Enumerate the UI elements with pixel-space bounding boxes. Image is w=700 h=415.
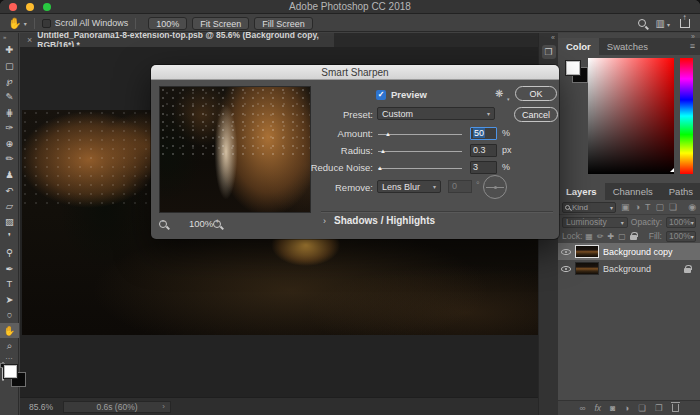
gradient-tool[interactable]: ▨: [0, 214, 19, 230]
quick-selection-tool[interactable]: ✎: [0, 89, 19, 105]
clone-stamp-tool[interactable]: ♟: [0, 167, 19, 183]
eraser-tool[interactable]: ▱: [0, 198, 19, 214]
document-tab[interactable]: × Untitled_Panorama1-8-extension-top.psb…: [20, 33, 334, 47]
fill-screen-button[interactable]: Fill Screen: [254, 17, 313, 30]
shadows-highlights-section[interactable]: › Shadows / Highlights: [323, 215, 435, 226]
filter-pixel-layers-icon[interactable]: ▣: [621, 202, 630, 212]
tab-color[interactable]: Color: [558, 38, 599, 55]
tab-swatches[interactable]: Swatches: [599, 38, 656, 55]
crop-tool[interactable]: ⋕: [0, 104, 19, 120]
filter-kind-dropdown[interactable]: Kind ▾: [562, 202, 616, 213]
move-tool[interactable]: ✚: [0, 42, 19, 58]
radius-slider-track[interactable]: [378, 151, 462, 152]
share-icon[interactable]: [680, 19, 690, 28]
zoom-in-icon[interactable]: +: [213, 220, 221, 228]
minimize-window-button[interactable]: [26, 3, 34, 11]
amount-field[interactable]: 50: [470, 127, 497, 140]
lock-artboard-icon[interactable]: ▢: [618, 232, 626, 241]
zoom-100-button[interactable]: 100%: [148, 17, 187, 30]
tab-paths[interactable]: Paths: [661, 183, 700, 200]
filter-toggle-pin-icon[interactable]: ◉: [688, 202, 696, 212]
radius-field[interactable]: 0.3: [470, 144, 497, 157]
foreground-color-swatch[interactable]: [565, 60, 581, 76]
layer-thumbnail[interactable]: [575, 262, 599, 275]
history-brush-tool[interactable]: ↶: [0, 182, 19, 198]
brush-tool[interactable]: ✏: [0, 151, 19, 167]
reduce-noise-slider-thumb[interactable]: ▲: [377, 165, 383, 171]
layer-row-background[interactable]: Background: [558, 260, 700, 277]
gear-icon[interactable]: ❋▾: [495, 88, 503, 99]
layer-row-background-copy[interactable]: Background copy: [558, 243, 700, 260]
marquee-tool[interactable]: ▢: [0, 58, 19, 74]
cancel-button[interactable]: Cancel: [514, 107, 558, 122]
eyedropper-tool[interactable]: ✑: [0, 120, 19, 136]
tool-preset-caret-icon[interactable]: ▾: [24, 20, 27, 27]
angle-dial-icon: [483, 175, 507, 199]
search-icon[interactable]: [638, 19, 646, 27]
new-layer-icon[interactable]: ❐: [655, 403, 663, 413]
reduce-noise-field[interactable]: 3: [470, 161, 497, 174]
radius-slider-thumb[interactable]: ▲: [380, 148, 386, 154]
lock-transparent-icon[interactable]: ▦: [585, 232, 593, 241]
hand-tool[interactable]: ✋: [0, 323, 19, 339]
zoom-window-button[interactable]: [43, 3, 51, 11]
blend-mode-dropdown[interactable]: Luminosity ▾: [562, 217, 628, 228]
preset-label: Preset:: [281, 109, 373, 120]
filter-adjustment-layers-icon[interactable]: ◑: [635, 202, 640, 212]
path-selection-tool[interactable]: ➤: [0, 292, 19, 308]
expand-panels-icon[interactable]: «: [539, 33, 558, 41]
filter-type-layers-icon[interactable]: T: [645, 202, 651, 212]
tab-channels[interactable]: Channels: [605, 183, 661, 200]
adjustment-layer-icon[interactable]: ◑: [624, 403, 629, 413]
opacity-value[interactable]: 100% ▾: [666, 217, 696, 228]
hue-slider[interactable]: [680, 58, 693, 174]
layer-mask-icon[interactable]: ◙: [610, 403, 615, 413]
preset-dropdown[interactable]: Custom ▾: [377, 107, 495, 120]
saturation-brightness-picker[interactable]: [588, 58, 674, 174]
new-group-folder-icon[interactable]: ❏: [638, 403, 646, 413]
visibility-eye-icon[interactable]: [561, 266, 571, 272]
lock-pixels-icon[interactable]: ✏: [597, 232, 604, 241]
current-tool-hand-icon[interactable]: ✋: [8, 17, 22, 30]
remove-value: Lens Blur: [382, 182, 420, 192]
status-timing-box[interactable]: 0.6s (60%) ›: [63, 401, 171, 413]
pen-tool[interactable]: ✒: [0, 260, 19, 276]
dodge-tool[interactable]: ⚲: [0, 245, 19, 261]
tab-layers[interactable]: Layers: [558, 183, 605, 200]
toolbar-expand-icon[interactable]: »: [0, 33, 18, 42]
preview-zoom-level: 100%: [189, 218, 213, 229]
filter-shape-layers-icon[interactable]: ▢: [655, 202, 664, 212]
lock-position-icon[interactable]: ✚: [608, 232, 615, 241]
tab-close-icon[interactable]: ×: [27, 35, 32, 45]
visibility-eye-icon[interactable]: [561, 249, 571, 255]
foreground-color-swatch[interactable]: [3, 364, 18, 379]
delete-layer-trash-icon[interactable]: [672, 404, 679, 412]
blur-tool[interactable]: ❜: [0, 229, 19, 245]
preview-checkbox[interactable]: ✓: [376, 90, 386, 100]
layer-thumbnail[interactable]: [575, 245, 599, 258]
link-layers-icon[interactable]: ∞: [579, 403, 585, 413]
shape-tool[interactable]: ○: [0, 307, 19, 323]
scroll-all-windows-checkbox[interactable]: [42, 19, 51, 28]
type-tool[interactable]: T: [0, 276, 19, 292]
fill-value[interactable]: 100% ▾: [666, 231, 696, 242]
fit-screen-button[interactable]: Fit Screen: [192, 17, 249, 30]
panel-menu-icon[interactable]: ≡: [690, 38, 700, 55]
fill-label: Fill:: [649, 231, 662, 241]
lasso-tool[interactable]: ℘: [0, 73, 19, 89]
close-window-button[interactable]: [9, 3, 17, 11]
options-bar: ✋ ▾ Scroll All Windows 100% Fit Screen F…: [0, 15, 700, 32]
status-zoom-level[interactable]: 85.6%: [29, 402, 63, 412]
amount-slider-thumb[interactable]: ▲: [385, 131, 391, 137]
remove-dropdown[interactable]: Lens Blur ▾: [377, 180, 441, 193]
filter-smart-object-icon[interactable]: ❏: [669, 202, 677, 212]
collapsed-panel-icon[interactable]: ❐: [542, 45, 556, 59]
healing-brush-tool[interactable]: ⊕: [0, 136, 19, 152]
ok-button[interactable]: OK: [515, 86, 557, 101]
reduce-noise-slider-track[interactable]: [378, 168, 462, 169]
zoom-out-icon[interactable]: −: [159, 220, 167, 228]
layer-style-fx-icon[interactable]: fx: [594, 403, 601, 413]
dialog-title[interactable]: Smart Sharpen: [151, 65, 559, 80]
workspace-switcher[interactable]: ▥▾: [656, 18, 670, 29]
lock-all-icon[interactable]: [630, 235, 637, 240]
